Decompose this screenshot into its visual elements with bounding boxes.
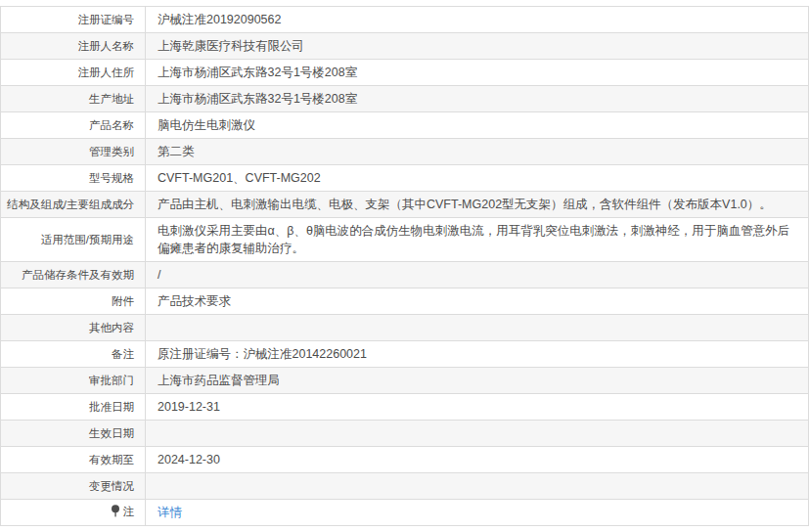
row-label-text: 生产地址 bbox=[89, 93, 134, 105]
row-label: 有效期至 bbox=[1, 447, 146, 473]
row-value: 详情 bbox=[146, 500, 809, 526]
row-value-text: 上海市药品监督管理局 bbox=[157, 374, 280, 387]
row-label: 结构及组成/主要组成成分 bbox=[1, 192, 146, 218]
row-label-text: 批准日期 bbox=[89, 401, 134, 413]
row-label: 备注 bbox=[1, 341, 146, 368]
row-label-text: 有效期至 bbox=[89, 454, 134, 466]
row-label: 适用范围/预期用途 bbox=[1, 218, 146, 262]
table-row: 管理类别第二类 bbox=[1, 139, 809, 165]
table-row: 适用范围/预期用途电刺激仪采用主要由α、β、θ脑电波的合成仿生物电刺激电流，用耳… bbox=[1, 218, 809, 262]
row-value: 脑电仿生电刺激仪 bbox=[146, 112, 809, 139]
row-value-text: 上海乾康医疗科技有限公司 bbox=[157, 39, 304, 53]
row-label-text: 管理类别 bbox=[89, 146, 134, 157]
row-value: 上海市杨浦区武东路32号1号楼208室 bbox=[146, 60, 809, 86]
row-label-text: 注册人名称 bbox=[78, 40, 135, 52]
row-label: 注册人住所 bbox=[1, 60, 146, 86]
row-value-text: CVFT-MG201、CVFT-MG202 bbox=[157, 171, 321, 185]
table-row: 其他内容 bbox=[1, 315, 809, 341]
table-row: 产品名称脑电仿生电刺激仪 bbox=[1, 112, 809, 139]
row-value: 上海市杨浦区武东路32号1号楼208室 bbox=[146, 86, 809, 112]
row-label-text: 备注 bbox=[112, 348, 134, 360]
row-label-text: 附件 bbox=[112, 295, 134, 307]
pin-icon bbox=[111, 505, 120, 521]
row-label: 管理类别 bbox=[1, 139, 146, 165]
row-value: / bbox=[146, 262, 809, 288]
row-label-text: 注 bbox=[123, 506, 135, 517]
table-row: 生产地址上海市杨浦区武东路32号1号楼208室 bbox=[1, 86, 809, 112]
row-value-text: 上海市杨浦区武东路32号1号楼208室 bbox=[157, 66, 357, 79]
row-label: 附件 bbox=[1, 288, 146, 315]
row-label-text: 变更情况 bbox=[89, 480, 134, 492]
table-row: 变更情况 bbox=[1, 473, 809, 500]
table-row: 注详情 bbox=[1, 500, 809, 526]
row-label-text: 其他内容 bbox=[89, 322, 134, 333]
row-label: 注册人名称 bbox=[1, 33, 146, 60]
row-value bbox=[146, 315, 809, 341]
row-value-text: / bbox=[157, 268, 160, 282]
row-label: 型号规格 bbox=[1, 165, 146, 192]
row-label: 审批部门 bbox=[1, 368, 146, 394]
table-row: 生效日期 bbox=[1, 421, 809, 447]
table-row: 型号规格CVFT-MG201、CVFT-MG202 bbox=[1, 165, 809, 192]
row-label-text: 型号规格 bbox=[89, 172, 134, 184]
row-value-text: 沪械注准20192090562 bbox=[157, 13, 281, 26]
row-value bbox=[146, 421, 809, 447]
row-value: 上海市药品监督管理局 bbox=[146, 368, 809, 394]
row-value: 2024-12-30 bbox=[146, 447, 809, 473]
row-label-text: 产品储存条件及有效期 bbox=[22, 269, 134, 281]
row-label-text: 注册证编号 bbox=[78, 14, 135, 25]
table-row: 有效期至2024-12-30 bbox=[1, 447, 809, 473]
row-label-text: 审批部门 bbox=[89, 375, 134, 386]
row-label: 注 bbox=[1, 500, 146, 526]
row-value: 原注册证编号：沪械注准20142260021 bbox=[146, 341, 809, 368]
row-value: 产品由主机、电刺激输出电缆、电极、支架（其中CVFT-MG202型无支架）组成，… bbox=[146, 192, 809, 218]
table-row: 备注原注册证编号：沪械注准20142260021 bbox=[1, 341, 809, 368]
details-link[interactable]: 详情 bbox=[157, 506, 182, 519]
row-value-text: 脑电仿生电刺激仪 bbox=[157, 118, 255, 132]
row-label-text: 产品名称 bbox=[89, 119, 134, 131]
row-value: 产品技术要求 bbox=[146, 288, 809, 315]
row-value: 电刺激仪采用主要由α、β、θ脑电波的合成仿生物电刺激电流，用耳背乳突位电刺激法，… bbox=[146, 218, 809, 262]
table-row: 注册人名称上海乾康医疗科技有限公司 bbox=[1, 33, 809, 60]
row-value: CVFT-MG201、CVFT-MG202 bbox=[146, 165, 809, 192]
row-value-text: 产品由主机、电刺激输出电缆、电极、支架（其中CVFT-MG202型无支架）组成，… bbox=[157, 198, 772, 211]
row-value-text: 2019-12-31 bbox=[157, 400, 220, 414]
row-value-text: 电刺激仪采用主要由α、β、θ脑电波的合成仿生物电刺激电流，用耳背乳突位电刺激法，… bbox=[157, 224, 789, 255]
table-row: 注册证编号沪械注准20192090562 bbox=[1, 7, 809, 33]
table-row: 产品储存条件及有效期/ bbox=[1, 262, 809, 288]
row-value: 上海乾康医疗科技有限公司 bbox=[146, 33, 809, 60]
registration-detail-page: 注册证编号沪械注准20192090562注册人名称上海乾康医疗科技有限公司注册人… bbox=[0, 0, 809, 526]
registration-table: 注册证编号沪械注准20192090562注册人名称上海乾康医疗科技有限公司注册人… bbox=[0, 6, 809, 526]
table-row: 附件产品技术要求 bbox=[1, 288, 809, 315]
row-value-text: 2024-12-30 bbox=[157, 453, 220, 466]
row-label: 产品储存条件及有效期 bbox=[1, 262, 146, 288]
row-label: 产品名称 bbox=[1, 112, 146, 139]
row-label-text: 生效日期 bbox=[89, 427, 134, 439]
row-value: 第二类 bbox=[146, 139, 809, 165]
row-value: 沪械注准20192090562 bbox=[146, 7, 809, 33]
table-row: 注册人住所上海市杨浦区武东路32号1号楼208室 bbox=[1, 60, 809, 86]
row-label: 生效日期 bbox=[1, 421, 146, 447]
row-label: 注册证编号 bbox=[1, 7, 146, 33]
row-value-text: 原注册证编号：沪械注准20142260021 bbox=[157, 347, 367, 361]
row-label: 生产地址 bbox=[1, 86, 146, 112]
table-row: 结构及组成/主要组成成分产品由主机、电刺激输出电缆、电极、支架（其中CVFT-M… bbox=[1, 192, 809, 218]
table-row: 审批部门上海市药品监督管理局 bbox=[1, 368, 809, 394]
row-label: 批准日期 bbox=[1, 394, 146, 421]
row-label-text: 结构及组成/主要组成成分 bbox=[7, 199, 134, 210]
row-value-text: 产品技术要求 bbox=[157, 294, 231, 308]
row-value-text: 上海市杨浦区武东路32号1号楼208室 bbox=[157, 92, 357, 106]
table-row: 批准日期2019-12-31 bbox=[1, 394, 809, 421]
row-label-text: 注册人住所 bbox=[78, 66, 135, 78]
row-value-text: 第二类 bbox=[157, 145, 195, 158]
row-label: 变更情况 bbox=[1, 473, 146, 500]
row-label: 其他内容 bbox=[1, 315, 146, 341]
row-value: 2019-12-31 bbox=[146, 394, 809, 421]
row-value bbox=[146, 473, 809, 500]
row-label-text: 适用范围/预期用途 bbox=[41, 234, 134, 245]
